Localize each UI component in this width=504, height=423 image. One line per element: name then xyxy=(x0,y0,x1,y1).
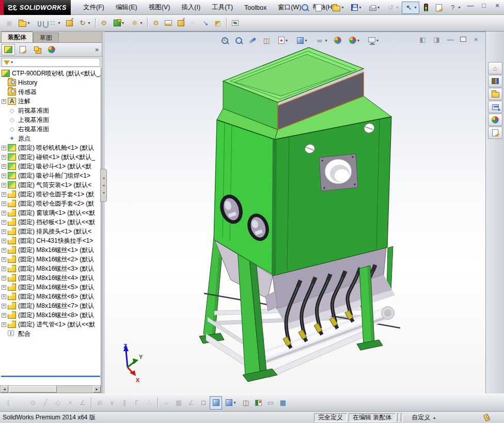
rollback-bar[interactable] xyxy=(1,375,100,377)
chevron-down-icon[interactable]: ▾ xyxy=(396,5,398,10)
expand-icon[interactable]: + xyxy=(2,192,6,197)
expand-icon[interactable]: + xyxy=(2,220,6,225)
tree-item[interactable]: +(固定) 窗玻璃<1> (默认<<默 xyxy=(0,208,101,217)
mate-button[interactable] xyxy=(33,17,45,29)
tree-item[interactable]: +(固定) M8x16螺丝<8> (默认 xyxy=(0,310,101,320)
maximize-button[interactable]: □ xyxy=(479,1,489,10)
status-custom-dropdown[interactable]: 自定义▴ xyxy=(404,413,443,422)
graphics-viewport[interactable]: ◫▾▾∞▾▾▾ ◧◨—× xyxy=(105,32,485,394)
expand-icon[interactable]: + xyxy=(2,211,6,215)
tree-item[interactable]: +(固定) 碰锁<1> (默认<默认_ xyxy=(0,152,101,162)
panel-chevron[interactable]: » xyxy=(95,46,99,53)
perpendicular-tool[interactable]: Γ xyxy=(131,396,143,410)
model-sandblaster[interactable] xyxy=(199,48,400,382)
expand-icon[interactable]: + xyxy=(2,229,6,234)
home-tab[interactable]: ⌂ xyxy=(488,62,502,74)
new-window-button[interactable] xyxy=(162,17,175,29)
scroll-left-icon[interactable]: ◂ xyxy=(1,386,8,393)
tab-assembly[interactable]: 装配体 xyxy=(1,32,33,42)
chevron-down-icon[interactable]: ▾ xyxy=(88,21,90,25)
tree-item[interactable]: +(固定) 排风接头<1> (默认< xyxy=(0,227,101,236)
tree-item[interactable]: +(固定) CH-431快换拉手<1> xyxy=(0,236,101,245)
tree-item[interactable]: +(固定) 吸砂斗舱门组焊<1> xyxy=(0,171,101,180)
smart-fasteners-button[interactable] xyxy=(63,17,75,29)
motion-study-button[interactable]: ⚙ xyxy=(150,17,162,29)
file-explorer-tab[interactable] xyxy=(488,88,502,100)
panel-flyout-handle[interactable]: ◂◂◂ xyxy=(100,169,107,202)
tree-item[interactable]: +(固定) M8x16螺丝<7> (默认 xyxy=(0,301,101,310)
expand-icon[interactable]: + xyxy=(2,294,6,299)
print-button[interactable]: ▾ xyxy=(366,2,383,14)
propertymanager-tab[interactable] xyxy=(16,44,29,55)
tree-item[interactable]: +(固定) M8x16螺丝<1> (默认 xyxy=(0,245,101,255)
shaded-edges-button[interactable]: ▾ xyxy=(222,396,240,410)
tree-horizontal-scrollbar[interactable]: ◂ ▸ xyxy=(0,385,101,393)
chevron-down-icon[interactable]: ▾ xyxy=(458,5,460,10)
expand-icon[interactable]: + xyxy=(2,174,6,178)
tree-item[interactable]: +(固定) M8x16螺丝<2> (默认 xyxy=(0,255,101,264)
tree-item[interactable]: +(固定) M8x16螺丝<5> (默认 xyxy=(0,283,101,292)
points-tool[interactable]: ∴ xyxy=(143,396,155,410)
tree-item[interactable]: 配合 xyxy=(0,329,101,338)
chevron-down-icon[interactable]: ▾ xyxy=(11,60,13,65)
expand-icon[interactable]: + xyxy=(2,164,6,169)
tree-filter[interactable]: ▾ xyxy=(2,58,100,67)
tree-item[interactable]: +(固定) M8x16螺丝<4> (默认 xyxy=(0,273,101,283)
help-button[interactable]: ?▾ xyxy=(446,2,463,14)
insert-component-button[interactable]: ▣ xyxy=(3,17,15,29)
chevron-down-icon[interactable]: ▾ xyxy=(359,5,361,10)
tree-item[interactable]: +(固定) M8x16螺丝<6> (默认 xyxy=(0,292,101,301)
undo-button[interactable]: ↺▾ xyxy=(384,2,401,14)
minimize-button[interactable]: — xyxy=(466,1,475,10)
component-pattern-button[interactable]: ∷▾ xyxy=(45,17,63,29)
menu-item[interactable]: 文件(F) xyxy=(77,0,110,15)
chevron-down-icon[interactable]: ▾ xyxy=(323,5,325,10)
tree-item[interactable]: +(固定) 喷砂机机舱<1> (默认 xyxy=(0,143,101,152)
image-capture-button[interactable] xyxy=(229,17,241,29)
chevron-down-icon[interactable]: ▾ xyxy=(140,21,142,25)
close-button[interactable]: × xyxy=(493,1,502,10)
menu-item[interactable]: 工具(T) xyxy=(206,0,239,15)
tree-item[interactable]: +(固定) 气筒安装<1> (默认< xyxy=(0,180,101,190)
expand-icon[interactable]: + xyxy=(2,201,6,206)
tree-item[interactable]: 传感器 xyxy=(0,87,101,97)
tree-item[interactable]: ◇前视基准面 xyxy=(0,106,101,115)
tree-item[interactable]: History xyxy=(0,78,101,87)
tree-item[interactable]: CTP-900DR喷砂机 (默认<默认_显 xyxy=(0,69,101,78)
tree-item[interactable]: ◇右视基准面 xyxy=(0,124,101,134)
expand-icon[interactable]: + xyxy=(2,322,6,327)
reference-geometry-button[interactable]: ✲▾ xyxy=(128,17,145,29)
expand-icon[interactable]: + xyxy=(2,257,6,262)
blank-sheet-button[interactable]: ▭ xyxy=(264,396,277,410)
open-button[interactable]: ▾ xyxy=(329,2,347,14)
tab-sketch[interactable]: 草图 xyxy=(33,33,59,42)
tree-item[interactable]: +原点 xyxy=(0,134,101,143)
expand-icon[interactable]: + xyxy=(2,239,6,243)
menu-item[interactable]: 编辑(E) xyxy=(110,0,143,15)
scroll-right-icon[interactable]: ▸ xyxy=(93,386,101,393)
search-button[interactable] xyxy=(298,2,311,14)
trim-tool[interactable]: × xyxy=(64,396,76,410)
tree-item[interactable]: +(固定) 吸砂斗<1> (默认<默 xyxy=(0,162,101,171)
expand-icon[interactable]: + xyxy=(2,313,6,318)
shaded-button[interactable] xyxy=(210,396,222,410)
parallel-tool[interactable]: ∥ xyxy=(118,396,131,410)
configurationmanager-tab[interactable] xyxy=(30,44,44,55)
tree-item[interactable]: +(固定) 喷砂仓圆手套<2> (默 xyxy=(0,199,101,208)
polygon-tool[interactable]: ◇ xyxy=(52,396,64,410)
tree-item[interactable]: +(固定) 进气管<1> (默认<<默 xyxy=(0,320,101,329)
wireframe-button[interactable]: □ xyxy=(197,396,210,410)
select-button[interactable]: ↖▾ xyxy=(402,2,419,14)
assembly-visualization-button[interactable]: ◩ xyxy=(212,17,224,29)
chevron-down-icon[interactable]: ▾ xyxy=(414,5,416,10)
save-button[interactable]: ▾ xyxy=(348,2,365,14)
expand-icon[interactable]: + xyxy=(2,146,6,150)
rotate-component-button[interactable]: ↻▾ xyxy=(75,17,93,29)
table-button[interactable]: ▦ xyxy=(277,396,289,410)
tree-item[interactable]: +(固定) 挡砂板<1> (默认<<默 xyxy=(0,217,101,227)
expand-icon[interactable]: + xyxy=(2,276,6,280)
appearances-tab[interactable] xyxy=(488,114,502,126)
expand-icon[interactable]: + xyxy=(2,267,6,271)
point-tool[interactable]: · xyxy=(14,396,27,410)
tree-item[interactable]: ◇上视基准面 xyxy=(0,115,101,124)
